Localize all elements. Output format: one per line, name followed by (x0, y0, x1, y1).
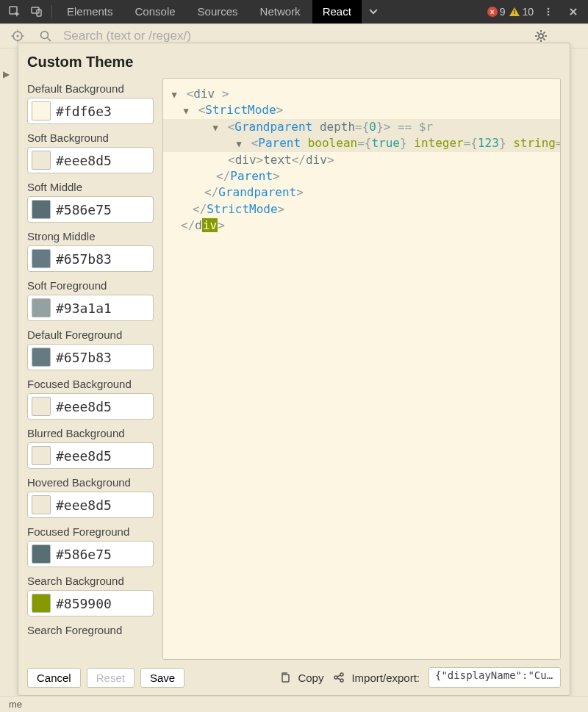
color-row-search-background[interactable]: #859900 (27, 590, 154, 616)
inspect-icon[interactable] (4, 1, 25, 22)
warning-badge[interactable]: 10 (509, 6, 534, 18)
kebab-menu-icon[interactable] (538, 1, 559, 22)
hex-input[interactable]: #eee8d5 (54, 399, 153, 414)
hex-input[interactable]: #eee8d5 (54, 497, 153, 513)
field-label: Search Background (27, 575, 154, 587)
import-export-label: Import/export: (351, 672, 420, 684)
tab-react[interactable]: React (312, 0, 362, 24)
field-label: Default Background (27, 82, 154, 95)
tab-console[interactable]: Console (125, 0, 186, 24)
copy-icon[interactable] (279, 671, 292, 684)
tab-elements[interactable]: Elements (57, 0, 123, 24)
svg-point-4 (548, 11, 550, 13)
search-input[interactable]: Search (text or /regex/) (63, 29, 191, 43)
save-button[interactable]: Save (140, 668, 184, 688)
tab-network[interactable]: Network (250, 0, 311, 24)
devtools-toolbar: Elements Console Sources Network React ×… (0, 0, 588, 24)
copy-label: Copy (298, 672, 323, 684)
svg-point-8 (41, 32, 49, 39)
close-icon[interactable] (563, 1, 584, 22)
svg-point-13 (340, 679, 343, 682)
swatch[interactable] (32, 544, 51, 564)
color-fields-column: Default Background #fdf6e3 Soft Backgrou… (27, 78, 154, 660)
custom-theme-panel: Custom Theme Default Background #fdf6e3 … (18, 43, 570, 696)
toolbar-right: × 9 10 (487, 1, 584, 22)
swatch[interactable] (32, 446, 51, 465)
tab-sources[interactable]: Sources (187, 0, 248, 24)
color-row-soft-background[interactable]: #eee8d5 (27, 147, 154, 173)
svg-point-11 (340, 673, 343, 676)
hex-input[interactable]: #586e75 (54, 547, 153, 562)
tree-row[interactable]: </div> (169, 217, 554, 234)
swatch[interactable] (32, 298, 51, 317)
color-row-default-foreground[interactable]: #657b83 (27, 344, 154, 370)
warning-count: 10 (522, 6, 534, 18)
svg-point-5 (548, 14, 550, 16)
expand-arrow-icon[interactable]: ▼ (210, 122, 220, 134)
expand-arrow-icon[interactable]: ▼ (181, 105, 191, 118)
hex-input[interactable]: #657b83 (54, 251, 153, 267)
color-row-blurred-background[interactable]: #eee8d5 (27, 442, 154, 469)
hex-input[interactable]: #93a1a1 (54, 301, 153, 316)
field-label: Blurred Background (27, 427, 154, 439)
color-row-focused-foreground[interactable]: #586e75 (27, 541, 154, 567)
field-label: Search Foreground (27, 624, 154, 636)
tree-row[interactable]: ▼ <StrictMode> (169, 102, 554, 118)
hex-input[interactable]: #859900 (54, 596, 153, 611)
hex-input[interactable]: #eee8d5 (54, 153, 153, 168)
color-row-default-background[interactable]: #fdf6e3 (27, 98, 154, 124)
swatch[interactable] (32, 200, 51, 219)
tree-row[interactable]: </Parent> (169, 168, 554, 184)
field-label: Soft Background (27, 132, 154, 144)
swatch[interactable] (32, 101, 51, 121)
swatch[interactable] (32, 495, 51, 514)
cancel-button[interactable]: Cancel (27, 668, 81, 688)
theme-preview-tree[interactable]: ▼ <div > ▼ <StrictMode> ▼ <Grandparent d… (162, 78, 561, 660)
panel-footer: Cancel Reset Save Copy Import/export: {"… (18, 660, 570, 695)
color-row-strong-middle[interactable]: #657b83 (27, 245, 154, 272)
tree-row[interactable]: </StrictMode> (169, 201, 554, 217)
hex-input[interactable]: #657b83 (54, 350, 153, 365)
hex-input[interactable]: #eee8d5 (54, 448, 153, 464)
swatch[interactable] (32, 249, 51, 268)
swatch[interactable] (32, 151, 51, 170)
error-icon: × (487, 7, 498, 17)
color-row-focused-background[interactable]: #eee8d5 (27, 393, 154, 420)
color-row-soft-foreground[interactable]: #93a1a1 (27, 295, 154, 321)
reset-button[interactable]: Reset (87, 668, 135, 688)
swatch[interactable] (32, 348, 51, 367)
share-icon[interactable] (332, 671, 345, 684)
expand-arrow-icon[interactable]: ▼ (169, 89, 179, 101)
svg-rect-10 (282, 675, 289, 682)
import-export-input[interactable]: {"displayName":"Cust (429, 667, 561, 688)
hex-input[interactable]: #fdf6e3 (54, 104, 153, 119)
expand-arrow-icon[interactable]: ▼ (234, 138, 244, 151)
error-badge[interactable]: × 9 (487, 6, 506, 18)
svg-point-9 (539, 34, 543, 38)
svg-point-7 (17, 35, 19, 37)
tree-row[interactable]: </Grandparent> (169, 184, 554, 201)
tree-row-hovered[interactable]: ▼ <Parent boolean={true} integer={123} s… (163, 135, 560, 151)
swatch[interactable] (32, 397, 51, 416)
svg-point-3 (548, 8, 550, 10)
hex-input[interactable]: #586e75 (54, 202, 153, 217)
panel-body: Default Background #fdf6e3 Soft Backgrou… (18, 78, 570, 660)
tree-row-selected[interactable]: ▼ <Grandparent depth={0}> == $r (163, 119, 560, 135)
tree-row[interactable]: ▼ <div > (169, 86, 554, 102)
field-label: Soft Middle (27, 181, 154, 193)
field-label: Soft Foreground (27, 279, 154, 292)
strip-text: me (9, 699, 22, 710)
error-count: 9 (500, 6, 506, 18)
more-tabs-icon[interactable] (363, 1, 384, 22)
panel-title: Custom Theme (18, 43, 570, 78)
color-row-soft-middle[interactable]: #586e75 (27, 196, 154, 223)
status-strip: me (0, 696, 588, 712)
tree-row[interactable]: <div>text</div> (169, 152, 554, 168)
sidebar-collapse-arrow-icon[interactable]: ▶ (3, 69, 10, 79)
device-toggle-icon[interactable] (26, 1, 47, 22)
swatch[interactable] (32, 594, 51, 613)
search-highlight: iv (202, 218, 218, 232)
color-row-hovered-background[interactable]: #eee8d5 (27, 492, 154, 518)
field-label: Focused Foreground (27, 525, 154, 538)
warning-icon (509, 7, 520, 16)
